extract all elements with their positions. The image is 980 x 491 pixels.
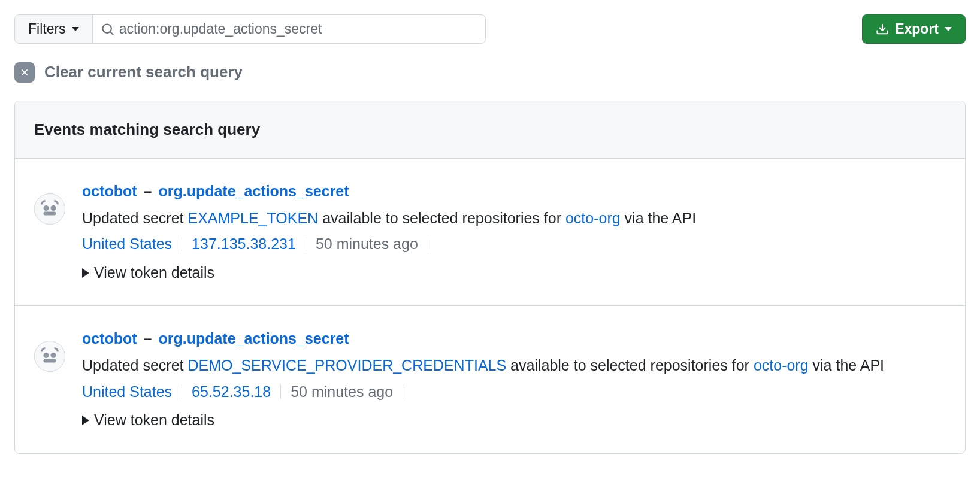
caret-down-icon (945, 27, 952, 31)
time-label: 50 minutes ago (316, 233, 418, 256)
svg-point-0 (44, 205, 49, 211)
event-item: octobot – org.update_actions_secret Upda… (15, 306, 965, 453)
time-label: 50 minutes ago (291, 381, 393, 404)
svg-rect-5 (44, 359, 56, 363)
desc-prefix: Updated secret (82, 210, 188, 226)
export-button[interactable]: Export (862, 14, 966, 44)
avatar[interactable] (34, 341, 65, 372)
desc-mid: available to selected repositories for (318, 210, 565, 226)
separator (306, 237, 306, 251)
meta-row: United States 65.52.35.18 50 minutes ago (82, 381, 946, 404)
actor-link[interactable]: octobot (82, 330, 137, 347)
search-input[interactable] (114, 15, 477, 43)
svg-point-3 (44, 353, 49, 358)
results-box: Events matching search query octobot – o… (14, 101, 966, 454)
action-link[interactable]: org.update_actions_secret (158, 330, 349, 347)
filters-button[interactable]: Filters (14, 14, 93, 44)
toolbar: Filters Export (14, 14, 966, 44)
details-label: View token details (94, 262, 214, 284)
search-icon (101, 23, 114, 36)
location-link[interactable]: United States (82, 233, 172, 256)
spacer (486, 14, 862, 44)
org-link[interactable]: octo-org (565, 210, 621, 226)
view-token-details-toggle[interactable]: View token details (82, 409, 214, 432)
event-body: octobot – org.update_actions_secret Upda… (82, 180, 946, 284)
details-label: View token details (94, 409, 214, 432)
export-label: Export (895, 21, 939, 37)
dash: – (140, 183, 156, 199)
separator (182, 237, 182, 251)
search-wrapper[interactable] (93, 14, 486, 44)
view-token-details-toggle[interactable]: View token details (82, 262, 214, 284)
svg-rect-2 (44, 212, 56, 216)
separator (428, 237, 428, 251)
clear-search-row[interactable]: Clear current search query (14, 60, 966, 84)
secret-link[interactable]: EXAMPLE_TOKEN (188, 210, 319, 226)
event-title: octobot – org.update_actions_secret (82, 328, 946, 350)
svg-point-1 (51, 205, 56, 211)
desc-suffix: via the API (621, 210, 696, 226)
separator (280, 384, 281, 399)
separator (182, 384, 182, 399)
location-link[interactable]: United States (82, 381, 172, 404)
event-description: Updated secret DEMO_SERVICE_PROVIDER_CRE… (82, 354, 946, 377)
avatar[interactable] (34, 193, 65, 225)
octobot-icon (39, 198, 61, 220)
ip-link[interactable]: 137.135.38.231 (192, 233, 296, 256)
event-item: octobot – org.update_actions_secret Upda… (15, 159, 965, 306)
download-icon (876, 23, 889, 36)
secret-link[interactable]: DEMO_SERVICE_PROVIDER_CREDENTIALS (188, 357, 507, 374)
desc-prefix: Updated secret (82, 357, 188, 374)
event-description: Updated secret EXAMPLE_TOKEN available t… (82, 207, 946, 230)
event-body: octobot – org.update_actions_secret Upda… (82, 328, 946, 431)
svg-point-4 (51, 353, 56, 358)
results-header: Events matching search query (15, 101, 965, 159)
filters-label: Filters (28, 21, 66, 37)
dash: – (140, 330, 156, 347)
org-link[interactable]: octo-org (754, 357, 809, 374)
meta-row: United States 137.135.38.231 50 minutes … (82, 233, 946, 256)
desc-mid: available to selected repositories for (506, 357, 754, 374)
clear-x-icon[interactable] (14, 62, 35, 83)
ip-link[interactable]: 65.52.35.18 (192, 381, 271, 404)
action-link[interactable]: org.update_actions_secret (158, 183, 349, 199)
triangle-right-icon (82, 416, 89, 425)
caret-down-icon (72, 27, 79, 31)
actor-link[interactable]: octobot (82, 183, 137, 199)
triangle-right-icon (82, 268, 89, 278)
separator (403, 384, 403, 399)
desc-suffix: via the API (809, 357, 884, 374)
event-title: octobot – org.update_actions_secret (82, 180, 946, 203)
octobot-icon (39, 345, 61, 367)
clear-search-label[interactable]: Clear current search query (44, 60, 243, 84)
